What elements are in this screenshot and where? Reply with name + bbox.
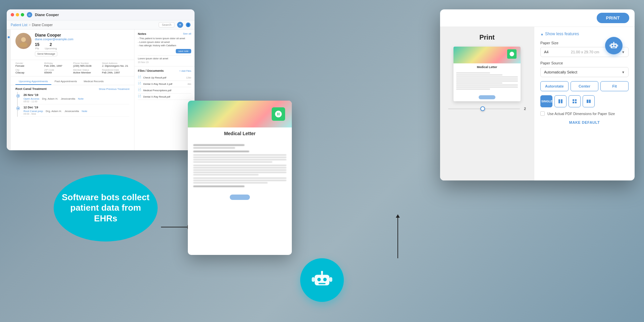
svg-rect-8: [609, 45, 610, 47]
robot-circle-main: [300, 258, 344, 302]
ehr-actions: Search + 👤: [159, 22, 191, 28]
page-button[interactable]: [230, 195, 250, 200]
checkbox-row: Use Actual PDF Dimensions for Paper Size: [540, 111, 629, 116]
user-icon: 👤: [186, 22, 191, 27]
file-item-4[interactable]: 📄 Dental X-Ray Result.pdf: [138, 94, 191, 100]
autorotate-button[interactable]: Autorotate: [540, 81, 569, 91]
send-message-button[interactable]: Send Message: [35, 51, 57, 56]
timeline-dot-2: [17, 107, 19, 110]
letter-content: [188, 140, 292, 192]
single-layout-button[interactable]: SINGLE: [540, 95, 552, 107]
registered-label: Registered Date: [102, 69, 129, 71]
timeline-item-2: 12 Dec '19 Root Canal prep Drg. Adam H. …: [21, 104, 129, 117]
blur-line-8: [193, 165, 286, 166]
street-label: Street Address: [102, 62, 129, 64]
timeline-dot-1: [17, 95, 19, 97]
minimize-dot[interactable]: [16, 13, 19, 16]
fit-button[interactable]: Fit: [600, 81, 629, 91]
zip-label: ZIP Code: [44, 69, 72, 71]
breadcrumb: Patient List > Diane Cooper: [11, 23, 53, 27]
stat-upcoming-label: Upcoming: [45, 47, 57, 50]
ehr-main-content: Diane Cooper diane.cooper@example.com 15…: [11, 30, 134, 150]
make-default-button[interactable]: MAKE DEFAULT: [540, 120, 629, 124]
file-item-3[interactable]: 📄 Medical Prescriptions.pdf: [138, 87, 191, 94]
zoom-thumb[interactable]: [480, 106, 485, 111]
file-pdf-icon-2: 📄: [138, 82, 142, 86]
tab-upcoming[interactable]: Upcoming Appointments: [15, 78, 51, 85]
notes-section: Notes See all - This patient is lorem ip…: [135, 30, 195, 66]
letter-header: [188, 101, 292, 127]
files-section: Files / Documents + Add Files 📄 Check Up…: [135, 66, 195, 150]
appointments-section: Root Canal Treatment Show Previous Treat…: [11, 85, 134, 119]
paper-source-value: Automatically Select: [544, 70, 577, 74]
phone-label: Phone Number: [73, 62, 101, 64]
letter-title: Medical Letter: [188, 127, 292, 140]
blur-line-5: [193, 157, 286, 158]
connector-vertical: [397, 215, 398, 258]
blur-line-10: [193, 169, 286, 171]
add-button[interactable]: +: [177, 22, 183, 28]
breadcrumb-patient-list[interactable]: Patient List: [11, 23, 27, 27]
city-label: City: [15, 69, 43, 71]
paper-source-select[interactable]: Automatically Select ▼: [540, 67, 629, 77]
pdf-dimensions-checkbox[interactable]: [540, 111, 545, 116]
stat-pts: 15 Pts: [35, 42, 39, 50]
save-note-button[interactable]: save note: [176, 49, 191, 53]
appt-doctor-1: Drg. Adam H.: [42, 97, 58, 100]
see-all-notes[interactable]: See all: [183, 32, 191, 36]
file-pdf-icon-4: 📄: [138, 95, 142, 99]
patient-name: Diane Cooper: [35, 33, 129, 38]
zip-value: 65649: [44, 71, 72, 74]
file-item-1[interactable]: 📄 Check Up Result.pdf 12kb: [138, 74, 191, 81]
svg-rect-5: [612, 47, 615, 48]
grid2-layout-button[interactable]: [554, 95, 567, 107]
notes-header: Notes See all: [138, 32, 191, 36]
stat-upcoming: 2 Upcoming: [45, 42, 57, 50]
street-field: Street Address J. Dipronegoro No. 21: [102, 62, 129, 67]
svg-rect-11: [558, 99, 560, 103]
ehr-topbar: Patient List > Diane Cooper Search + 👤: [7, 20, 195, 30]
files-list: 📄 Check Up Result.pdf 12kb 📄 Dental X-Ra…: [138, 74, 191, 100]
booklet-layout-button[interactable]: [583, 95, 595, 107]
print-button[interactable]: PRINT: [597, 13, 630, 23]
add-files-button[interactable]: + Add Files: [179, 70, 191, 72]
zoom-value: 2: [524, 107, 526, 111]
registered-field: Registered Date Feb 24th, 1997: [102, 69, 129, 74]
preview-page-btn[interactable]: [479, 95, 495, 99]
paper-size-dimensions: 21.00 x 29.70 cm: [571, 50, 599, 54]
show-previous-btn[interactable]: Show Previous Treatment: [99, 88, 129, 91]
preview-line-6: [456, 83, 502, 84]
file-size-1: 12kb: [186, 76, 191, 79]
sidebar-active-indicator: [8, 36, 10, 38]
file-item-2[interactable]: 📄 Dental X-Ray Result 2.pdf 4kb: [138, 81, 191, 87]
svg-point-25: [321, 271, 323, 273]
close-dot[interactable]: [11, 13, 14, 16]
appointments-header: Root Canal Treatment Show Previous Treat…: [15, 87, 129, 91]
extra-note: Lorem ipsum dolor sit amet: [138, 57, 191, 61]
breadcrumb-patient: Diane Cooper: [32, 23, 53, 27]
svg-point-4: [614, 45, 616, 47]
notes-content: - This patient is lorem ipsum dolor sit …: [138, 37, 191, 48]
maximize-dot[interactable]: [21, 13, 24, 16]
avatar: [15, 33, 32, 49]
appt-doctor-2: Drg. Adam H.: [46, 110, 62, 113]
software-bots-bubble: Software bots collect patient data from …: [54, 174, 158, 241]
svg-rect-18: [589, 100, 591, 103]
appt-note-1[interactable]: Note: [78, 97, 84, 100]
tab-records[interactable]: Medical Records: [80, 78, 107, 85]
preview-line-3: [456, 76, 518, 77]
preview-line-1: [456, 72, 490, 73]
zoom-slider[interactable]: [448, 108, 520, 109]
notes-title: Notes: [138, 32, 146, 36]
grid4-layout-button[interactable]: [569, 95, 581, 107]
show-less-button[interactable]: ▲ Show less features: [540, 32, 629, 36]
bubble-text: Software bots collect patient data from …: [54, 185, 158, 230]
letter-pagination: [188, 192, 292, 203]
center-button[interactable]: Center: [571, 81, 599, 91]
tab-past[interactable]: Past Appointments: [51, 78, 80, 85]
svg-rect-9: [617, 45, 618, 47]
appt-note-2[interactable]: Note: [82, 110, 87, 113]
search-bar[interactable]: Search: [159, 22, 174, 28]
appt-date-2: 12 Dec '19: [23, 106, 129, 109]
preview-line-2: [456, 74, 502, 75]
